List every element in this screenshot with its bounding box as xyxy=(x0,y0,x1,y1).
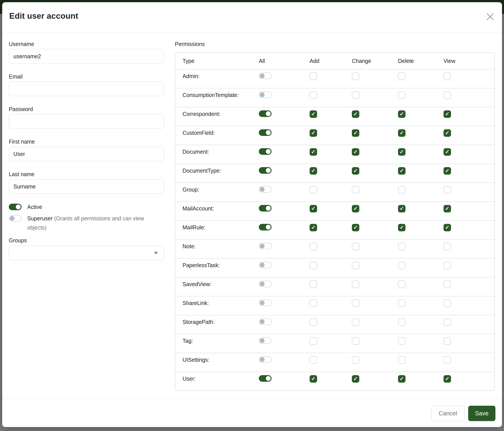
permission-add-checkbox[interactable]: ✓ xyxy=(310,337,317,345)
permission-view-checkbox[interactable]: ✓ xyxy=(443,91,451,99)
password-input[interactable] xyxy=(9,114,164,129)
permission-add-checkbox[interactable]: ✓ xyxy=(310,205,317,212)
permission-add-checkbox[interactable]: ✓ xyxy=(310,91,317,99)
permission-add-checkbox[interactable]: ✓ xyxy=(310,262,317,269)
permission-view-checkbox[interactable]: ✓ xyxy=(443,110,451,118)
permission-view-checkbox[interactable]: ✓ xyxy=(443,281,451,288)
permission-add-checkbox[interactable]: ✓ xyxy=(310,356,317,364)
permission-add-checkbox[interactable]: ✓ xyxy=(310,281,317,288)
permission-all-toggle[interactable] xyxy=(259,205,271,212)
active-toggle[interactable] xyxy=(9,204,22,210)
close-button[interactable] xyxy=(485,12,495,22)
permission-add-checkbox[interactable]: ✓ xyxy=(310,224,317,231)
permission-change-checkbox[interactable]: ✓ xyxy=(352,299,359,307)
permission-delete-checkbox[interactable]: ✓ xyxy=(398,318,405,326)
permission-all-toggle[interactable] xyxy=(259,375,271,382)
checkmark-icon: ✓ xyxy=(311,225,315,230)
email-input[interactable] xyxy=(9,81,164,96)
permission-all-toggle[interactable] xyxy=(259,148,271,155)
permission-change-checkbox[interactable]: ✓ xyxy=(352,262,359,269)
permission-change-checkbox[interactable]: ✓ xyxy=(352,186,359,194)
permission-add-checkbox[interactable]: ✓ xyxy=(310,186,317,194)
permission-all-toggle[interactable] xyxy=(259,91,271,98)
groups-select[interactable] xyxy=(9,245,164,260)
permission-view-checkbox[interactable]: ✓ xyxy=(443,129,451,137)
permission-view-checkbox[interactable]: ✓ xyxy=(443,167,451,175)
save-button[interactable]: Save xyxy=(468,406,495,421)
permission-delete-checkbox[interactable]: ✓ xyxy=(398,243,405,250)
permission-add-checkbox[interactable]: ✓ xyxy=(310,148,317,156)
permission-change-checkbox[interactable]: ✓ xyxy=(352,148,359,156)
permission-view-checkbox[interactable]: ✓ xyxy=(443,299,451,307)
permission-view-checkbox[interactable]: ✓ xyxy=(443,72,451,80)
permission-view-checkbox[interactable]: ✓ xyxy=(443,224,451,231)
toggle-knob xyxy=(260,357,265,362)
permission-delete-checkbox[interactable]: ✓ xyxy=(398,91,405,99)
permission-add-checkbox[interactable]: ✓ xyxy=(310,110,317,118)
permission-all-toggle[interactable] xyxy=(259,224,271,230)
permission-delete-checkbox[interactable]: ✓ xyxy=(398,186,405,194)
permission-row: Tag: ✓ ✓ ✓ ✓ xyxy=(175,334,494,353)
permission-change-checkbox[interactable]: ✓ xyxy=(352,281,359,288)
permission-all-toggle[interactable] xyxy=(259,72,271,79)
superuser-toggle[interactable] xyxy=(9,215,22,222)
permission-change-checkbox[interactable]: ✓ xyxy=(352,72,359,80)
checkmark-icon: ✓ xyxy=(311,376,315,381)
permission-all-toggle[interactable] xyxy=(259,167,271,174)
permission-view-checkbox[interactable]: ✓ xyxy=(443,356,451,364)
permission-view-checkbox[interactable]: ✓ xyxy=(443,318,451,326)
permission-all-toggle[interactable] xyxy=(259,262,271,268)
permission-add-checkbox[interactable]: ✓ xyxy=(310,299,317,307)
permission-view-checkbox[interactable]: ✓ xyxy=(443,148,451,156)
permission-all-toggle[interactable] xyxy=(259,318,271,325)
permission-add-checkbox[interactable]: ✓ xyxy=(310,243,317,250)
permission-delete-checkbox[interactable]: ✓ xyxy=(398,281,405,288)
permission-all-toggle[interactable] xyxy=(259,129,271,136)
permission-delete-checkbox[interactable]: ✓ xyxy=(398,205,405,212)
first-name-input[interactable] xyxy=(9,147,164,161)
permission-view-checkbox[interactable]: ✓ xyxy=(443,337,451,345)
cancel-button[interactable]: Cancel xyxy=(431,406,465,421)
username-input[interactable] xyxy=(9,49,164,63)
permission-change-checkbox[interactable]: ✓ xyxy=(352,243,359,250)
permission-add-checkbox[interactable]: ✓ xyxy=(310,375,317,383)
permission-view-checkbox[interactable]: ✓ xyxy=(443,375,451,383)
permission-view-checkbox[interactable]: ✓ xyxy=(443,262,451,269)
permission-view-checkbox[interactable]: ✓ xyxy=(443,243,451,250)
permission-all-toggle[interactable] xyxy=(259,337,271,344)
permission-all-toggle[interactable] xyxy=(259,243,271,249)
permission-delete-checkbox[interactable]: ✓ xyxy=(398,129,405,137)
permission-delete-checkbox[interactable]: ✓ xyxy=(398,337,405,345)
permission-delete-checkbox[interactable]: ✓ xyxy=(398,356,405,364)
permission-change-checkbox[interactable]: ✓ xyxy=(352,356,359,364)
permission-delete-checkbox[interactable]: ✓ xyxy=(398,110,405,118)
permission-all-toggle[interactable] xyxy=(259,110,271,117)
permission-change-checkbox[interactable]: ✓ xyxy=(352,375,359,383)
permission-change-checkbox[interactable]: ✓ xyxy=(352,110,359,118)
permission-add-checkbox[interactable]: ✓ xyxy=(310,318,317,326)
permission-change-checkbox[interactable]: ✓ xyxy=(352,91,359,99)
permission-change-checkbox[interactable]: ✓ xyxy=(352,205,359,212)
last-name-input[interactable] xyxy=(9,179,164,194)
permission-delete-checkbox[interactable]: ✓ xyxy=(398,224,405,231)
permission-delete-checkbox[interactable]: ✓ xyxy=(398,262,405,269)
permission-change-checkbox[interactable]: ✓ xyxy=(352,129,359,137)
permission-delete-checkbox[interactable]: ✓ xyxy=(398,167,405,175)
permission-change-checkbox[interactable]: ✓ xyxy=(352,167,359,175)
permission-delete-checkbox[interactable]: ✓ xyxy=(398,375,405,383)
permission-all-toggle[interactable] xyxy=(259,356,271,363)
permission-delete-checkbox[interactable]: ✓ xyxy=(398,148,405,156)
permission-change-checkbox[interactable]: ✓ xyxy=(352,337,359,345)
permission-delete-checkbox[interactable]: ✓ xyxy=(398,299,405,307)
permission-change-checkbox[interactable]: ✓ xyxy=(352,224,359,231)
permission-view-checkbox[interactable]: ✓ xyxy=(443,205,451,212)
permission-add-checkbox[interactable]: ✓ xyxy=(310,72,317,80)
permission-view-checkbox[interactable]: ✓ xyxy=(443,186,451,194)
permission-add-checkbox[interactable]: ✓ xyxy=(310,129,317,137)
permission-delete-checkbox[interactable]: ✓ xyxy=(398,72,405,80)
permission-change-checkbox[interactable]: ✓ xyxy=(352,318,359,326)
permission-add-checkbox[interactable]: ✓ xyxy=(310,167,317,175)
permission-all-toggle[interactable] xyxy=(259,299,271,306)
permission-all-toggle[interactable] xyxy=(259,281,271,287)
permission-all-toggle[interactable] xyxy=(259,186,271,193)
